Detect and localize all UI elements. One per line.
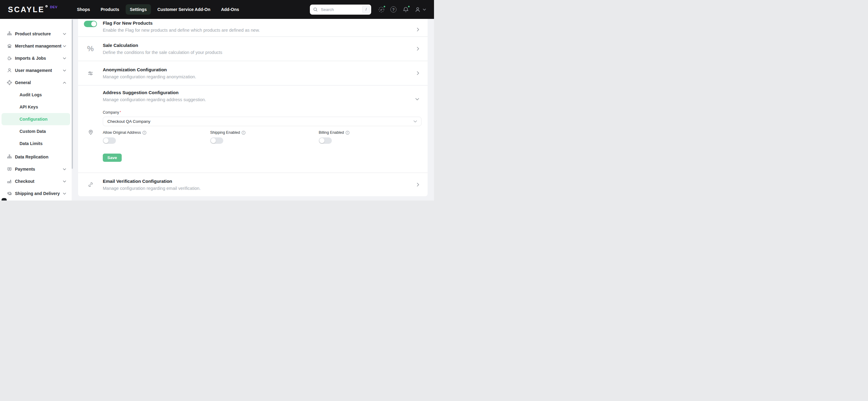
chevron-right-icon[interactable]: [416, 27, 420, 32]
search-input[interactable]: [320, 7, 362, 12]
sidebar-item-shipping-and-delivery[interactable]: Shipping and Delivery: [0, 188, 72, 200]
sidebar-item-checkout[interactable]: Checkout: [0, 175, 72, 188]
storefront-icon: [7, 43, 12, 49]
chevron-right-icon[interactable]: [416, 71, 420, 75]
allow-original-address-toggle[interactable]: [103, 137, 116, 144]
row-title: Sale Calculation: [103, 42, 222, 48]
sidebar-item-label: Product structure: [15, 31, 63, 36]
help-icon[interactable]: ?: [390, 6, 397, 13]
chevron-right-icon[interactable]: [416, 46, 420, 51]
sidebar-subitem-audit-logs[interactable]: Audit Logs: [0, 89, 72, 101]
sidebar-subitem-data-limits[interactable]: Data Limits: [0, 137, 72, 149]
sidebar-item-user-management[interactable]: User management: [0, 64, 72, 76]
chevron-down-icon: [63, 69, 66, 72]
account-menu[interactable]: [414, 6, 426, 13]
status-notification-dot: [383, 5, 386, 8]
section-header[interactable]: Address Suggestion Configuration Manage …: [103, 90, 428, 102]
toggle-label: Billing Enabled: [319, 130, 349, 135]
sidebar-subitem-label: Audit Logs: [20, 92, 42, 97]
chevron-down-icon: [63, 168, 66, 170]
topbar: SCAYLE DEV Shops Products Settings Custo…: [0, 0, 434, 19]
company-select[interactable]: Checkout QA Company: [103, 117, 422, 126]
nav-shops[interactable]: Shops: [72, 4, 94, 14]
row-description: Enable the Flag for new products and def…: [103, 27, 260, 33]
settings-row-flag-for-new-products[interactable]: Flag For New Products Enable the Flag fo…: [78, 19, 428, 36]
toggle-label: Shipping Enabled: [210, 130, 319, 135]
sidebar-item-label: Imports & Jobs: [15, 56, 63, 61]
chevron-down-icon: [63, 57, 66, 59]
scayle-logo[interactable]: SCAYLE DEV: [8, 6, 57, 13]
toggle-field-shipping-enabled: Shipping Enabled: [210, 130, 319, 144]
top-nav: Shops Products Settings Customer Service…: [72, 4, 243, 14]
sidebar: Product structure Merchant management Im…: [0, 19, 72, 201]
sidebar-item-label: Shipping and Delivery: [15, 191, 63, 196]
row-title: Address Suggestion Configuration: [103, 90, 391, 95]
company-label: Company*: [103, 110, 415, 114]
chevron-down-icon: [413, 120, 417, 123]
search-icon: [313, 7, 318, 12]
nav-customer-service-add-on[interactable]: Customer Service Add-On: [153, 4, 215, 14]
sidebar-item-label: Payments: [15, 167, 63, 172]
sidebar-item-merchant-management[interactable]: Merchant management: [0, 40, 72, 52]
billing-enabled-toggle[interactable]: [319, 137, 332, 144]
main-content: Flag For New Products Enable the Flag fo…: [73, 19, 434, 201]
flag-for-new-products-toggle[interactable]: [84, 21, 97, 27]
shipping-enabled-toggle[interactable]: [210, 137, 223, 144]
sidebar-item-product-structure[interactable]: Product structure: [0, 28, 72, 40]
sidebar-item-data-replication[interactable]: Data Replication: [0, 151, 72, 163]
payment-icon: [7, 166, 12, 172]
nodes-icon: [7, 80, 12, 85]
chevron-down-icon: [63, 180, 66, 182]
sidebar-subitem-label: API Keys: [20, 104, 38, 109]
nav-settings[interactable]: Settings: [126, 4, 151, 14]
bell-notification-dot: [407, 5, 410, 8]
sidebar-subitem-label: Custom Data: [20, 129, 46, 134]
settings-row-anonymization-configuration[interactable]: Anonymization Configuration Manage confi…: [78, 61, 428, 85]
info-icon[interactable]: [143, 131, 146, 135]
status-check-icon[interactable]: [378, 6, 385, 13]
save-button[interactable]: Save: [103, 154, 122, 162]
sidebar-item-payments[interactable]: Payments: [0, 163, 72, 175]
chevron-up-icon: [63, 82, 66, 84]
topbar-right: / ?: [310, 5, 426, 14]
row-description: Define the conditions for the sale calcu…: [103, 50, 222, 55]
toggle-knob: [103, 138, 108, 143]
toggle-field-billing-enabled: Billing Enabled: [319, 130, 349, 144]
nav-add-ons[interactable]: Add-Ons: [217, 4, 243, 14]
sidebar-item-label: Checkout: [15, 179, 63, 184]
sidebar-item-label: Data Replication: [15, 155, 66, 159]
link-icon: [88, 181, 94, 188]
chevron-down-icon[interactable]: [415, 98, 420, 101]
toggle-knob: [211, 138, 216, 143]
toggle-knob: [319, 138, 324, 143]
nav-products[interactable]: Products: [96, 4, 124, 14]
env-badge: DEV: [50, 5, 57, 9]
truck-icon: [7, 191, 12, 196]
sidebar-item-general[interactable]: General: [0, 76, 72, 89]
settings-row-address-suggestion-configuration: Address Suggestion Configuration Manage …: [78, 86, 428, 172]
topbar-icons: ?: [378, 6, 426, 13]
settings-row-sale-calculation[interactable]: % Sale Calculation Define the conditions…: [78, 37, 428, 61]
sidebar-subitem-custom-data[interactable]: Custom Data: [0, 125, 72, 137]
chevron-down-icon: [63, 33, 66, 35]
checkout-icon: [7, 178, 12, 184]
chat-widget-button[interactable]: [2, 198, 7, 201]
coffee-icon: [7, 56, 12, 61]
info-icon[interactable]: [346, 131, 349, 135]
sidebar-item-imports-jobs[interactable]: Imports & Jobs: [0, 52, 72, 64]
bell-icon[interactable]: [402, 6, 409, 13]
sidebar-subitem-configuration[interactable]: Configuration: [2, 113, 70, 125]
sidebar-item-label: User management: [15, 68, 63, 73]
sidebar-subitem-api-keys[interactable]: API Keys: [0, 101, 72, 113]
settings-row-email-verification-configuration[interactable]: Email Verification Configuration Manage …: [78, 173, 428, 196]
chevron-down-icon: [63, 193, 66, 195]
address-suggestion-form: Company* Checkout QA Company Allow Origi…: [103, 110, 415, 172]
search-box[interactable]: /: [310, 5, 371, 14]
row-title: Email Verification Configuration: [103, 178, 201, 184]
search-shortcut-key: /: [362, 5, 370, 13]
toggle-label: Allow Original Address: [103, 130, 210, 135]
chevron-right-icon[interactable]: [416, 182, 420, 187]
sidebar-subitem-label: Data Limits: [20, 141, 42, 146]
toggle-fields-row: Allow Original Address Shipping Enabled: [103, 130, 415, 144]
info-icon[interactable]: [242, 131, 246, 135]
